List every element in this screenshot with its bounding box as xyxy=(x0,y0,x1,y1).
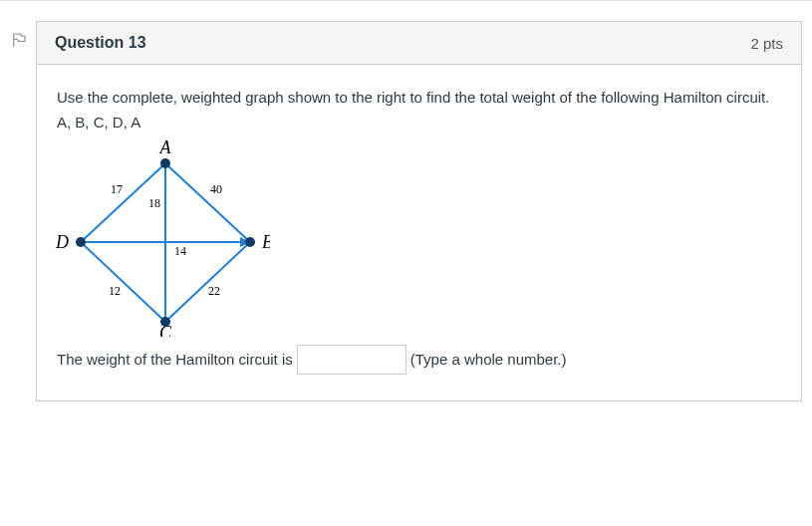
vertex-D xyxy=(76,237,86,247)
question-card: Question 13 2 pts Use the complete, weig… xyxy=(36,21,802,401)
weight-DC: 12 xyxy=(109,284,121,298)
weight-AB: 40 xyxy=(210,182,222,196)
question-prompt: Use the complete, weighted graph shown t… xyxy=(57,87,781,110)
flag-icon[interactable] xyxy=(10,29,28,51)
answer-prefix: The weight of the Hamilton circuit is xyxy=(57,349,293,372)
weight-DB: 14 xyxy=(174,244,186,258)
question-header: Question 13 2 pts xyxy=(37,22,801,65)
answer-line: The weight of the Hamilton circuit is (T… xyxy=(57,345,781,375)
weighted-graph: A B C D 17 40 18 14 12 22 xyxy=(51,137,270,337)
question-title: Question 13 xyxy=(55,34,146,52)
weight-DA: 17 xyxy=(111,182,123,196)
vertex-A xyxy=(160,158,170,168)
answer-input[interactable] xyxy=(297,345,406,375)
question-body: Use the complete, weighted graph shown t… xyxy=(37,65,801,400)
vertex-B xyxy=(245,237,255,247)
edge-AB xyxy=(165,163,250,242)
label-B: B xyxy=(262,232,270,252)
label-C: C xyxy=(159,323,172,337)
circuit-path: A, B, C, D, A xyxy=(57,112,781,134)
label-D: D xyxy=(55,232,69,252)
question-points: 2 pts xyxy=(750,35,783,52)
weight-CB: 22 xyxy=(208,284,220,298)
label-A: A xyxy=(159,137,172,157)
edge-CD xyxy=(81,242,165,322)
answer-hint: (Type a whole number.) xyxy=(410,349,567,372)
weight-AC: 18 xyxy=(148,196,160,210)
